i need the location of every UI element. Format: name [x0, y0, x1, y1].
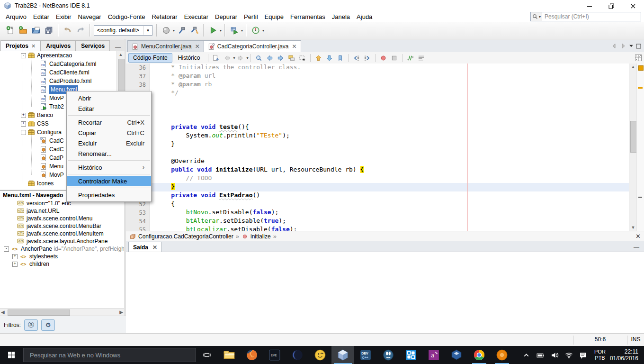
shift-right-button[interactable]: [362, 53, 373, 63]
output-console[interactable]: [126, 252, 644, 333]
redo-button[interactable]: [74, 24, 87, 37]
context-menu-item-abrir[interactable]: Abrir: [67, 93, 151, 103]
profile-project-button[interactable]: [249, 24, 262, 37]
menubar-item[interactable]: Refatorar: [148, 12, 180, 21]
left-tab-serviços[interactable]: Serviços: [76, 40, 110, 51]
maximize-editor-icon[interactable]: [635, 43, 642, 49]
search-icon-button[interactable]: ▾: [531, 12, 542, 21]
set-main-project-button[interactable]: [160, 24, 172, 37]
breadcrumb-close-icon[interactable]: ✕: [635, 233, 641, 240]
run-project-dropdown-icon[interactable]: ▾: [220, 28, 222, 33]
tree-item[interactable]: FXCadCliente.fxml: [0, 68, 124, 77]
code-editor[interactable]: * Initializes the controller class. * @p…: [150, 64, 629, 231]
menubar-item[interactable]: Depurar: [212, 12, 241, 21]
context-menu-item-renomear-[interactable]: Renomear...: [67, 148, 151, 159]
taskbar-app-fallout[interactable]: [309, 346, 331, 364]
close-button[interactable]: [622, 0, 644, 12]
scroll-up-icon[interactable]: ▲: [117, 51, 125, 58]
output-tab-close-icon[interactable]: ✕: [152, 244, 157, 251]
minimize-button[interactable]: [579, 0, 600, 12]
toggle-highlight-button[interactable]: [286, 53, 297, 63]
find-selection-button[interactable]: [253, 53, 264, 63]
history-view-button[interactable]: Histórico: [173, 53, 205, 63]
shift-left-button[interactable]: [351, 53, 362, 63]
scroll-right-icon[interactable]: ▶: [119, 309, 123, 316]
context-menu-item-editar[interactable]: Editar: [67, 103, 151, 114]
editor-scroll-down-icon[interactable]: ▼: [629, 224, 637, 231]
code-line[interactable]: private void teste(){: [150, 123, 629, 132]
open-project-button[interactable]: [29, 24, 42, 37]
menubar-item[interactable]: Exibir: [53, 12, 75, 21]
menubar-item[interactable]: Navegar: [75, 12, 105, 21]
tray-battery-button[interactable]: [533, 351, 547, 359]
stop-macro-button[interactable]: [389, 53, 400, 63]
scroll-left-icon[interactable]: ◀: [1, 309, 5, 316]
code-line[interactable]: * @param rb: [150, 81, 629, 89]
tree-expand-icon[interactable]: +: [21, 113, 26, 118]
record-macro-button[interactable]: [378, 53, 389, 63]
collapse-panel-button[interactable]: —: [115, 45, 121, 49]
code-line[interactable]: btLocalizar.setDisable(false);: [150, 226, 629, 231]
taskbar-clock[interactable]: 22:11 01/06/2016: [610, 348, 638, 362]
config-caret-icon[interactable]: ▾: [143, 26, 152, 35]
menubar-item[interactable]: Janela: [329, 12, 353, 21]
tree-expand-icon[interactable]: +: [21, 121, 26, 127]
taskbar-app-virtualbox[interactable]: [445, 346, 468, 364]
build-project-button[interactable]: [175, 24, 188, 37]
task-view-button[interactable]: [196, 346, 218, 364]
code-line[interactable]: @Override: [150, 157, 629, 166]
taskbar-app-devcpp[interactable]: DEVC++: [354, 346, 377, 364]
taskbar-app-netbeans[interactable]: [331, 346, 354, 364]
code-line[interactable]: }: [150, 140, 629, 149]
tab-close-icon[interactable]: ✕: [292, 43, 297, 50]
editor-scroll-up-icon[interactable]: ▲: [629, 64, 637, 70]
start-button[interactable]: [0, 346, 23, 364]
taskbar-app-firefox[interactable]: [241, 346, 263, 364]
tab-close-icon[interactable]: ✕: [31, 43, 36, 49]
find-previous-button[interactable]: [264, 53, 275, 63]
code-line[interactable]: // TODO: [150, 174, 629, 183]
taskbar-app-orange-app[interactable]: [491, 346, 513, 364]
breadcrumb-label[interactable]: initialize: [250, 233, 271, 240]
profile-project-dropdown-icon[interactable]: ▾: [262, 28, 264, 33]
rect-select-button[interactable]: [297, 53, 308, 63]
language-indicator[interactable]: POR PTB: [594, 349, 606, 361]
clean-and-build-project-button[interactable]: [188, 24, 200, 37]
new-project-button[interactable]: [17, 24, 29, 37]
tree-item[interactable]: FXCadProduto.fxml: [0, 77, 124, 85]
code-line[interactable]: */: [150, 89, 629, 98]
navigator-item[interactable]: <?>java.net.URL: [0, 207, 124, 215]
editor-scroll-thumb[interactable]: [630, 121, 637, 153]
find-next-button[interactable]: [275, 53, 286, 63]
context-menu-item-recortar[interactable]: RecortarCtrl+X: [67, 117, 151, 127]
navigator-item[interactable]: <?>javafx.scene.control.Menu: [0, 215, 124, 222]
code-line[interactable]: btAlterar.setDisable(true);: [150, 217, 629, 226]
stripe-warning-mark[interactable]: [638, 87, 643, 89]
filter-content-button[interactable]: ⚙: [41, 319, 55, 331]
tray-chevron-up-button[interactable]: [519, 351, 533, 359]
undo-button[interactable]: [61, 24, 74, 37]
source-view-button[interactable]: Código-Fonte: [128, 53, 172, 63]
error-stripe[interactable]: [636, 64, 644, 231]
context-menu-item-excluir[interactable]: ExcluirExcluir: [67, 138, 151, 148]
navigator-hscrollbar[interactable]: ◀ ▶: [0, 308, 124, 316]
code-line[interactable]: * @param url: [150, 72, 629, 81]
code-line[interactable]: btNovo.setDisable(false);: [150, 209, 629, 217]
filter-attributes-button[interactable]: ⓐ: [24, 319, 38, 331]
menubar-item[interactable]: Ferramentas: [287, 12, 329, 21]
code-line[interactable]: * Initializes the controller class.: [150, 64, 629, 72]
menubar-item[interactable]: Perfil: [241, 12, 261, 21]
menubar-item[interactable]: Editar: [30, 12, 53, 21]
menubar-item[interactable]: Executar: [181, 12, 212, 21]
code-line[interactable]: [150, 115, 629, 123]
run-project-button[interactable]: [206, 24, 219, 37]
editor-tab[interactable]: CadCategoriaController.java✕: [204, 40, 301, 52]
debug-project-button[interactable]: [228, 24, 241, 37]
config-select[interactable]: <config. default>▾: [94, 25, 152, 36]
code-line[interactable]: [150, 98, 629, 106]
tree-item[interactable]: -Apresentacao: [0, 51, 124, 60]
navigator-item[interactable]: +<>children: [0, 260, 124, 268]
taskbar-app-daz[interactable]: [286, 346, 309, 364]
debug-project-dropdown-icon[interactable]: ▾: [241, 28, 243, 33]
restore-button[interactable]: [600, 0, 622, 12]
